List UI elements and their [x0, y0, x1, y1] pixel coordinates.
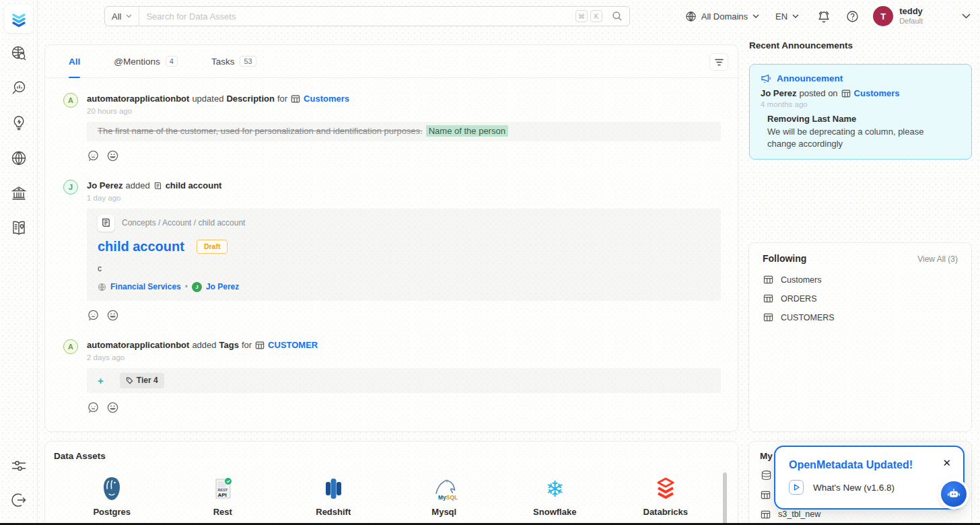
- tag-chip: Tier 4: [120, 373, 164, 388]
- whats-new-link[interactable]: What's New (v1.6.8): [789, 480, 950, 495]
- top-bar: All ⌘ K All Domains EN: [38, 0, 980, 32]
- rest-api-icon: REST API: [211, 473, 234, 504]
- comment-icon[interactable]: [87, 149, 100, 162]
- view-all-link[interactable]: View All (3): [917, 254, 958, 264]
- sidebar-bottom: [9, 456, 28, 525]
- service-snowflake[interactable]: ❄ Snowflake: [499, 473, 610, 517]
- cmd-key-hint: ⌘: [575, 10, 588, 22]
- chevron-down-icon: [753, 14, 759, 19]
- following-item[interactable]: Customers: [763, 275, 958, 285]
- reactions-row: [87, 309, 721, 322]
- service-mysql[interactable]: MySQL Mysql: [389, 473, 500, 517]
- glossary-term-title[interactable]: child account: [98, 237, 184, 256]
- settings-icon[interactable]: [9, 456, 28, 475]
- scrollbar-thumb[interactable]: [723, 473, 727, 525]
- removed-text: The first name of the customer, used for…: [98, 126, 423, 136]
- data-assets-card: Data Assets Postgres: [44, 441, 738, 525]
- entity-link[interactable]: CUSTOMER: [268, 339, 318, 351]
- megaphone-icon: [761, 74, 771, 83]
- avatar: A: [63, 339, 78, 354]
- owner-avatar: J: [192, 282, 202, 292]
- govern-icon[interactable]: [9, 184, 28, 202]
- feed-filter-button[interactable]: [709, 53, 728, 71]
- announcement-label: Announcement: [777, 73, 843, 83]
- add-reaction-icon[interactable]: [106, 149, 119, 162]
- announcement-entity-link[interactable]: Customers: [854, 88, 900, 98]
- actor-name: automatorapplicationbot: [87, 431, 189, 432]
- following-item[interactable]: CUSTOMERS: [763, 312, 958, 322]
- close-icon[interactable]: ✕: [942, 458, 951, 468]
- entity-link[interactable]: CUSTOMER_METRICS_VIEW: [268, 431, 389, 432]
- section-title: Data Assets: [54, 451, 729, 461]
- table-icon: [761, 510, 771, 520]
- search-scope-dropdown[interactable]: All: [105, 7, 139, 26]
- announcement-card: Announcement Jo Perez posted on Customer…: [749, 64, 972, 160]
- service-postgres[interactable]: Postgres: [57, 473, 168, 517]
- feed-tabs: All @Mentions 4 Tasks 53: [45, 45, 738, 78]
- redshift-icon: [322, 473, 345, 504]
- chat-bot-button[interactable]: [941, 481, 967, 507]
- observability-icon[interactable]: [9, 79, 28, 97]
- svg-text:MySQL: MySQL: [438, 494, 458, 501]
- add-reaction-icon[interactable]: [106, 309, 119, 322]
- mentions-count-badge: 4: [166, 56, 178, 67]
- service-databricks[interactable]: Databricks: [610, 473, 722, 517]
- table-icon: [763, 293, 773, 304]
- filter-icon: [715, 59, 724, 66]
- tab-tasks[interactable]: Tasks 53: [211, 45, 256, 78]
- notifications-bell-icon[interactable]: [814, 10, 834, 23]
- glossary-icon[interactable]: [9, 219, 28, 237]
- explore-icon[interactable]: [9, 44, 28, 62]
- insights-icon[interactable]: [9, 114, 28, 132]
- service-redshift[interactable]: Redshift: [278, 473, 389, 517]
- add-tag-button[interactable]: +: [98, 376, 104, 386]
- k-key-hint: K: [590, 10, 602, 22]
- following-card: Following View All (3) Customers ORDERS …: [748, 242, 972, 432]
- language-label: EN: [775, 11, 788, 22]
- timestamp: 20 hours ago: [87, 107, 721, 115]
- chevron-down-icon: [126, 14, 132, 18]
- glossary-term-card: Concepts / Account / child account child…: [87, 209, 721, 301]
- announcement-body: We will be deprecating a column, please …: [767, 126, 936, 149]
- openmetadata-logo[interactable]: [5, 5, 33, 33]
- feed-item-glossary-term: J Jo Perez added child account 1 day ago: [63, 180, 721, 322]
- search-icon[interactable]: [612, 11, 623, 22]
- layers-logo-icon: [9, 9, 28, 28]
- play-icon: [789, 480, 804, 495]
- description-diff: The first name of the customer, used for…: [87, 122, 721, 141]
- logout-icon[interactable]: [9, 491, 28, 509]
- globe-icon: [685, 11, 697, 22]
- domains-icon[interactable]: [9, 149, 28, 167]
- domains-dropdown[interactable]: All Domains: [685, 11, 759, 22]
- add-reaction-icon[interactable]: [106, 401, 119, 414]
- table-icon: [255, 341, 265, 350]
- robot-icon: [946, 487, 961, 501]
- reactions-row: [87, 401, 721, 414]
- domain-icon: [98, 283, 106, 291]
- comment-icon[interactable]: [87, 309, 100, 322]
- table-icon: [841, 89, 851, 98]
- database-schema-icon: [761, 470, 772, 481]
- help-icon[interactable]: [842, 10, 862, 23]
- search-input[interactable]: [139, 7, 575, 26]
- timestamp: 2 days ago: [87, 353, 721, 361]
- tab-mentions[interactable]: @Mentions 4: [114, 45, 178, 78]
- service-rest[interactable]: REST API Rest: [168, 473, 279, 517]
- following-item[interactable]: ORDERS: [763, 293, 958, 304]
- status-badge: Draft: [197, 240, 228, 254]
- term-description: c: [98, 263, 710, 275]
- recent-announcements-section: Recent Announcements Announcement Jo Per…: [749, 40, 972, 160]
- domain-link[interactable]: Financial Services: [110, 281, 181, 293]
- my-data-item[interactable]: s3_tbl_new: [760, 508, 960, 520]
- activity-feed-card: All @Mentions 4 Tasks 53 A automatorappl…: [44, 44, 738, 432]
- section-title: Following: [763, 253, 806, 264]
- entity-link[interactable]: Customers: [304, 93, 349, 105]
- user-team: Default: [899, 17, 923, 26]
- user-menu[interactable]: T teddy Default: [873, 6, 923, 26]
- tab-all[interactable]: All: [69, 45, 80, 78]
- timestamp: 1 day ago: [87, 194, 721, 202]
- language-dropdown[interactable]: EN: [775, 11, 799, 22]
- comment-icon[interactable]: [87, 401, 100, 414]
- owner-link[interactable]: Jo Perez: [206, 281, 239, 293]
- sidebar-collapse-chevron-icon[interactable]: [962, 13, 971, 19]
